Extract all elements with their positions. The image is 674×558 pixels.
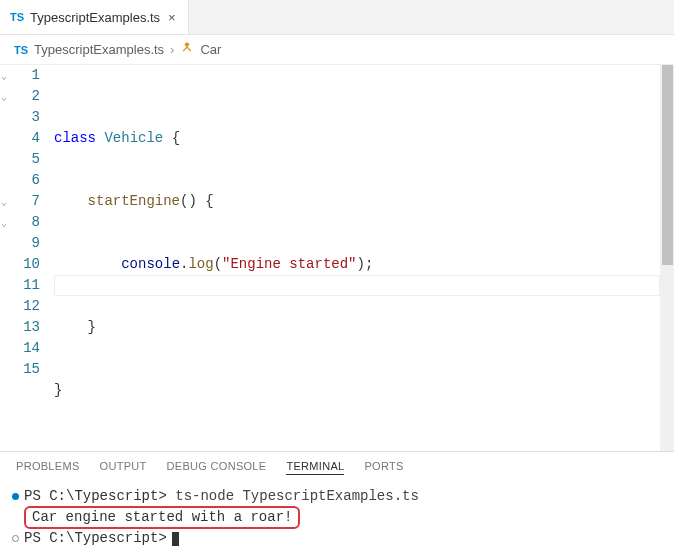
tab-ports[interactable]: PORTS [364,460,403,475]
scrollbar-thumb[interactable] [662,65,673,265]
terminal-command: ts-node TypescriptExamples.ts [175,488,419,504]
fold-chevron-icon[interactable]: ⌄ [1,66,7,87]
breadcrumb-file: TypescriptExamples.ts [34,42,164,57]
chevron-right-icon: › [170,42,174,57]
class-icon [180,41,194,58]
tab-filename: TypescriptExamples.ts [30,10,160,25]
terminal[interactable]: PS C:\Typescript> ts-node TypescriptExam… [0,481,674,558]
fold-chevron-icon[interactable]: ⌄ [1,87,7,108]
fold-column: ⌄ ⌄ ⌄ ⌄ [0,65,14,451]
code-content[interactable]: class Vehicle { startEngine() { console.… [54,65,674,451]
tab-bar: TS TypescriptExamples.ts × [0,0,674,35]
tab-terminal[interactable]: TERMINAL [286,460,344,475]
fold-chevron-icon[interactable]: ⌄ [1,213,7,234]
vertical-scrollbar[interactable] [660,65,674,451]
terminal-prompt: PS C:\Typescript> [24,529,167,548]
editor-tab[interactable]: TS TypescriptExamples.ts × [0,0,189,34]
prompt-dot-icon [12,493,19,500]
ts-file-icon: TS [14,44,28,56]
line-numbers: 123 456 789 101112 131415 [14,65,54,451]
tab-problems[interactable]: PROBLEMS [16,460,80,475]
current-line-highlight [54,275,660,296]
fold-chevron-icon[interactable]: ⌄ [1,192,7,213]
breadcrumb-class: Car [200,42,221,57]
prompt-dot-icon [12,535,19,542]
tab-debug-console[interactable]: DEBUG CONSOLE [167,460,267,475]
tab-output[interactable]: OUTPUT [100,460,147,475]
breadcrumb[interactable]: TS TypescriptExamples.ts › Car [0,35,674,65]
panel-tabs: PROBLEMS OUTPUT DEBUG CONSOLE TERMINAL P… [0,451,674,481]
terminal-cursor [172,532,179,546]
terminal-output-highlight: Car engine started with a roar! [24,506,300,529]
ts-file-icon: TS [10,11,24,23]
terminal-prompt: PS C:\Typescript> [24,488,175,504]
code-editor[interactable]: ⌄ ⌄ ⌄ ⌄ 123 456 789 101112 131415 class … [0,65,674,451]
close-icon[interactable]: × [166,10,178,25]
